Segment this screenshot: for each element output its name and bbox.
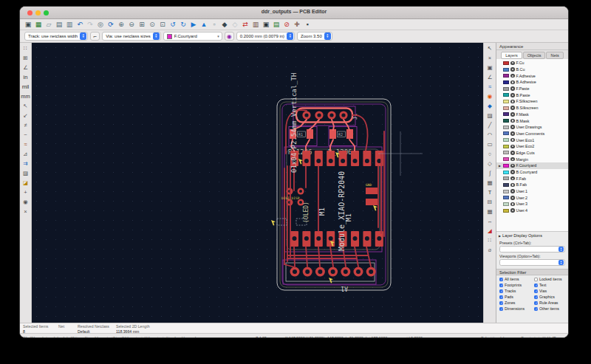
- draw-polygon-tool[interactable]: ◇: [485, 159, 495, 168]
- route-tracks-tool[interactable]: ∠: [485, 73, 495, 82]
- checkbox[interactable]: [534, 284, 538, 287]
- filter-rule-areas[interactable]: Rule Areas: [534, 301, 567, 306]
- layer-row-f-silkscreen[interactable]: ▶ F.Silkscreen: [496, 98, 568, 105]
- layer-row-b-courtyard[interactable]: ▶ B.Courtyard: [496, 169, 568, 176]
- redo-icon[interactable]: ↷: [86, 20, 95, 29]
- layer-color-swatch[interactable]: [503, 183, 509, 187]
- checkbox[interactable]: [499, 284, 503, 287]
- zoom-to-objects-icon[interactable]: ⊙: [148, 20, 157, 29]
- visibility-eye-icon[interactable]: [510, 106, 515, 110]
- visibility-eye-icon[interactable]: [510, 196, 515, 200]
- visibility-eye-icon[interactable]: [510, 131, 515, 136]
- layer-row-f-paste[interactable]: ▶ F.Paste: [496, 86, 568, 92]
- net-names-icon[interactable]: ⊿: [21, 150, 30, 159]
- layer-color-swatch[interactable]: [503, 68, 509, 72]
- layer-row-b-mask[interactable]: ▶ B.Mask: [496, 117, 568, 124]
- layer-row-f-courtyard[interactable]: ▶ F.Courtyard: [496, 162, 568, 169]
- zoom-out-icon[interactable]: ⊖: [127, 20, 136, 29]
- update-pcb-from-schematic-icon[interactable]: ⇄: [241, 20, 250, 29]
- presets-select[interactable]: [499, 246, 565, 253]
- layer-row-b-fab[interactable]: ▶ B.Fab: [496, 182, 568, 188]
- via-size-select[interactable]: Via: use netclass sizes: [102, 32, 161, 41]
- add-dimension-tool[interactable]: ↔: [485, 217, 495, 226]
- checkbox[interactable]: [499, 295, 503, 299]
- layer-row-b-silkscreen[interactable]: ▶ B.Silkscreen: [496, 105, 568, 111]
- zone-display-icon[interactable]: ▨: [21, 169, 30, 178]
- plot-icon[interactable]: ▥: [65, 20, 74, 29]
- group-icon[interactable]: ▫: [210, 20, 219, 29]
- layer-color-swatch[interactable]: [503, 106, 509, 110]
- add-text-tool[interactable]: T: [485, 188, 495, 197]
- add-zone-tool[interactable]: ◆: [485, 102, 495, 111]
- add-textbox-tool[interactable]: ⊟: [485, 198, 495, 207]
- pcb-canvas[interactable]: J1 R1 R2: [32, 43, 483, 323]
- zoom-fit-page-icon[interactable]: ⊞: [137, 20, 146, 29]
- layer-row-user-2[interactable]: ▶ User.2: [496, 194, 568, 201]
- layer-color-swatch[interactable]: [503, 157, 509, 161]
- filter-vias[interactable]: Vias: [534, 289, 567, 294]
- layer-color-swatch[interactable]: [503, 80, 509, 84]
- ratsnest-hide-icon[interactable]: ≠: [21, 121, 30, 130]
- show-grid-icon[interactable]: ∷: [21, 44, 30, 53]
- visibility-eye-icon[interactable]: [510, 208, 515, 213]
- layer-color-swatch[interactable]: [503, 190, 509, 193]
- filter-footprints[interactable]: Footprints: [499, 283, 534, 288]
- delete-tool[interactable]: ◢: [485, 227, 495, 236]
- flip-board-icon[interactable]: ▶: [189, 20, 198, 29]
- visibility-eye-icon[interactable]: [510, 151, 515, 155]
- unlock-icon[interactable]: ◇: [230, 20, 239, 29]
- visibility-eye-icon[interactable]: [510, 125, 515, 129]
- layer-row-user-4[interactable]: ▶ User.4: [496, 207, 568, 214]
- visibility-eye-icon[interactable]: [510, 189, 515, 193]
- filter-text[interactable]: Text: [534, 283, 567, 288]
- visibility-eye-icon[interactable]: [510, 176, 515, 181]
- visibility-eye-icon[interactable]: [510, 157, 515, 162]
- zone-hatch[interactable]: [277, 219, 307, 225]
- visibility-eye-icon[interactable]: [510, 93, 515, 97]
- a1-connector[interactable]: A1: [283, 260, 376, 292]
- checkbox[interactable]: [534, 278, 538, 281]
- layer-row-b-paste[interactable]: ▶ B.Paste: [496, 92, 568, 98]
- layer-color-swatch[interactable]: [503, 202, 509, 206]
- layer-color-swatch[interactable]: [503, 126, 509, 129]
- grid-origin-tool[interactable]: ∷: [485, 236, 495, 245]
- layer-color-swatch[interactable]: [503, 171, 509, 174]
- track-posture-button[interactable]: ⌐: [90, 32, 100, 41]
- checkbox[interactable]: [534, 301, 538, 305]
- layer-color-swatch[interactable]: [503, 93, 509, 97]
- layer-color-swatch[interactable]: [503, 87, 509, 91]
- layer-color-swatch[interactable]: [503, 131, 509, 135]
- layer-display-options[interactable]: ▶Layer Display Options: [496, 232, 568, 239]
- checkbox[interactable]: [534, 289, 538, 293]
- pad-outline-icon[interactable]: +: [21, 188, 30, 197]
- layer-color-swatch[interactable]: [503, 151, 509, 154]
- rotate-cw-icon[interactable]: ↻: [179, 20, 188, 29]
- viewports-select[interactable]: [499, 259, 565, 266]
- tab-objects[interactable]: Objects: [523, 52, 546, 59]
- checkbox[interactable]: [499, 307, 503, 311]
- add-via-tool[interactable]: ◉: [485, 92, 495, 101]
- hide-ratsnest-icon[interactable]: ⊘: [282, 20, 291, 29]
- ratsnest-curved-icon[interactable]: ~: [21, 131, 30, 140]
- polar-coordinates-icon[interactable]: ∠: [21, 63, 30, 72]
- add-footprint-tool[interactable]: ▣: [485, 63, 495, 72]
- layer-color-swatch[interactable]: [503, 100, 509, 103]
- visibility-eye-icon[interactable]: [510, 164, 515, 168]
- cursor-style-icon[interactable]: ↖: [21, 102, 30, 111]
- layer-row-edge-cuts[interactable]: ▶ Edge.Cuts: [496, 150, 568, 157]
- layer-color-swatch[interactable]: [503, 74, 509, 78]
- add-image-tool[interactable]: ▦: [485, 179, 495, 188]
- layer-color-swatch[interactable]: [503, 164, 509, 168]
- zoom-to-selection-icon[interactable]: ⊡: [158, 20, 167, 29]
- footprint-checks-icon[interactable]: ▤: [272, 20, 281, 29]
- draw-circle-tool[interactable]: ○: [485, 150, 495, 159]
- refresh-icon[interactable]: ⟳: [106, 20, 115, 29]
- draw-bezier-tool[interactable]: ∫: [485, 169, 495, 178]
- units-mm-button[interactable]: mm: [21, 92, 30, 101]
- layer-row-f-fab[interactable]: ▶ F.Fab: [496, 175, 568, 182]
- layer-row-f-cu[interactable]: ▶ F.Cu: [496, 60, 568, 66]
- track-width-select[interactable]: Track: use netclass width: [24, 32, 88, 41]
- add-rule-area-tool[interactable]: ▨: [485, 111, 495, 120]
- filter-locked-items[interactable]: Locked items: [534, 277, 567, 282]
- filter-dimensions[interactable]: Dimensions: [499, 306, 534, 312]
